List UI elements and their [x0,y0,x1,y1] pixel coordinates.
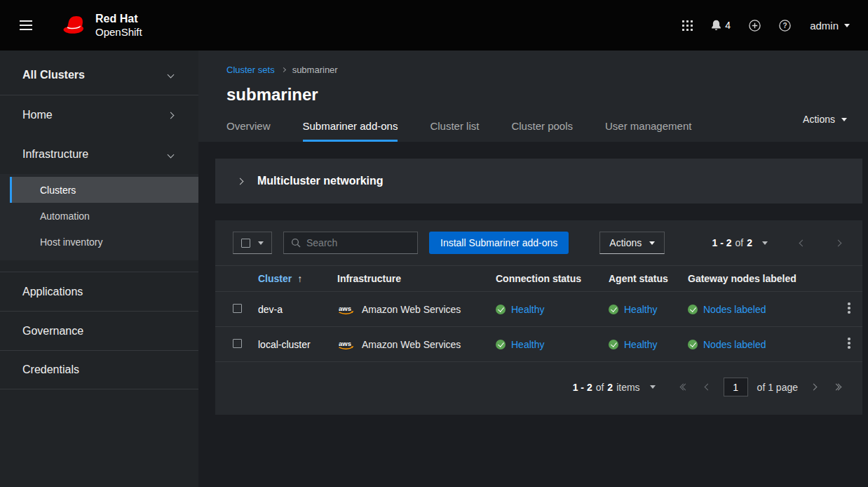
sidebar-item-applications[interactable]: Applications [0,272,198,311]
caret-down-icon [650,385,656,389]
clusters-table: Cluster ↑ Infrastructure Connection stat… [215,265,862,362]
chevron-right-icon [835,239,842,246]
applications-label: Applications [22,286,83,298]
sidebar-item-home[interactable]: Home [0,95,198,135]
redhat-hat-icon [57,15,88,36]
kebab-icon [848,302,850,314]
breadcrumb: Cluster sets submariner [226,65,848,75]
row-kebab-menu-button[interactable] [841,300,857,319]
row-checkbox[interactable] [233,304,242,313]
sidebar-item-infrastructure[interactable]: Infrastructure [0,135,198,174]
pagination-last-page-button[interactable] [829,380,845,394]
credentials-label: Credentials [22,363,79,376]
app-launcher-button[interactable] [672,14,702,36]
hamburger-icon [20,25,32,26]
gateway-nodes-link[interactable]: Nodes labeled [703,339,766,350]
nav-toggle-button[interactable] [13,18,39,33]
brand-line2: OpenShift [95,26,142,39]
sidebar-item-clusters[interactable]: Clusters [10,177,198,203]
install-submariner-add-ons-button[interactable]: Install Submariner add-ons [429,232,569,254]
tab-cluster-pools[interactable]: Cluster pools [511,120,573,142]
column-header-agent-status: Agent status [609,273,688,284]
tab-overview[interactable]: Overview [226,120,271,142]
pagination-items: items [616,382,639,393]
table-toolbar: Install Submariner add-ons Actions 1 - 2… [215,220,862,265]
bulk-select-dropdown[interactable] [233,232,272,254]
table-header-row: Cluster ↑ Infrastructure Connection stat… [215,265,862,292]
connection-status-link[interactable]: Healthy [511,339,544,350]
caret-down-icon [844,24,850,27]
bottom-pagination-summary-dropdown[interactable]: 1 - 2 of 2 items [573,382,656,393]
app-body: All Clusters Home Infrastructure Cluster… [0,51,868,487]
user-menu-dropdown[interactable]: admin [810,20,850,32]
page-actions-label: Actions [803,114,835,125]
perspective-label: All Clusters [22,69,85,81]
notifications-button[interactable]: 4 [702,14,740,36]
multicluster-networking-title: Multicluster networking [257,175,384,187]
quick-create-button[interactable] [740,14,770,37]
row-kebab-menu-button[interactable] [841,335,857,354]
pagination-of: of [735,237,744,248]
submariner-table-card: Install Submariner add-ons Actions 1 - 2… [215,220,862,415]
perspective-switcher-all-clusters[interactable]: All Clusters [0,55,198,95]
top-pagination-summary-dropdown[interactable]: 1 - 2 of 2 [712,237,768,248]
tab-submariner-add-ons[interactable]: Submariner add-ons [303,120,398,142]
help-button[interactable]: ? [770,14,800,37]
breadcrumb-cluster-sets-link[interactable]: Cluster sets [226,65,275,75]
bulk-select-checkbox[interactable] [241,239,250,248]
agent-status-link[interactable]: Healthy [624,304,657,315]
bell-icon [711,20,721,31]
bottom-pagination: 1 - 2 of 2 items [215,362,862,415]
top-pagination-next-button[interactable] [832,236,845,250]
chevron-left-icon [704,384,711,391]
pagination-next-page-button[interactable] [807,380,820,394]
infrastructure-provider: Amazon Web Services [362,304,461,315]
top-pagination-prev-button[interactable] [796,236,809,250]
sidebar-item-host-inventory[interactable]: Host inventory [10,229,198,255]
tab-cluster-list[interactable]: Cluster list [430,120,479,142]
page-content: Multicluster networking [198,142,868,487]
aws-icon: aws [337,304,355,315]
page-actions-dropdown[interactable]: Actions [803,114,847,125]
table-row-dev-a: dev-a aws Amazon Web Services [215,292,862,327]
page-count-label: of 1 page [757,382,798,393]
pagination-total: 2 [607,382,613,393]
success-check-icon [609,305,618,314]
redhat-openshift-logo: Red Hat OpenShift [57,12,142,38]
plus-circle-icon [749,20,761,32]
connection-status-link[interactable]: Healthy [511,304,544,315]
tab-user-management[interactable]: User management [605,120,691,142]
column-header-connection-status: Connection status [496,273,609,284]
main-area: Cluster sets submariner submariner Actio… [198,51,868,487]
multicluster-networking-expand-button[interactable] [229,172,251,191]
success-check-icon [688,305,698,314]
chevron-left-icon [799,239,806,246]
pagination-prev-page-button[interactable] [701,380,714,394]
cluster-column-label: Cluster [258,273,292,284]
current-page-input[interactable] [724,378,748,396]
sidebar-item-automation[interactable]: Automation [10,203,198,229]
chevron-right-icon [237,178,244,185]
agent-status-link[interactable]: Healthy [624,339,657,350]
sidebar-item-governance[interactable]: Governance [0,311,198,350]
sidebar-item-credentials[interactable]: Credentials [0,350,198,389]
masthead-toolbar: 4 ? admin [672,14,850,37]
pager-controls: of 1 page [677,378,845,396]
toolbar-actions-dropdown[interactable]: Actions [599,232,665,254]
row-checkbox[interactable] [233,339,242,348]
column-header-gateway-nodes-labeled: Gateway nodes labeled [688,273,841,284]
brand-text: Red Hat OpenShift [95,12,142,38]
column-header-cluster[interactable]: Cluster ↑ [258,273,337,284]
toolbar-actions-label: Actions [609,237,642,248]
sort-ascending-icon: ↑ [297,273,302,284]
home-label: Home [22,109,53,121]
caret-down-icon [649,241,655,245]
search-input[interactable] [306,237,410,248]
svg-text:aws: aws [339,304,351,312]
governance-label: Governance [22,325,83,338]
gateway-nodes-link[interactable]: Nodes labeled [703,304,766,315]
caret-down-icon [258,241,264,245]
breadcrumb-current: submariner [292,65,338,75]
infrastructure-provider: Amazon Web Services [362,339,461,350]
pagination-first-page-button[interactable] [677,380,692,394]
